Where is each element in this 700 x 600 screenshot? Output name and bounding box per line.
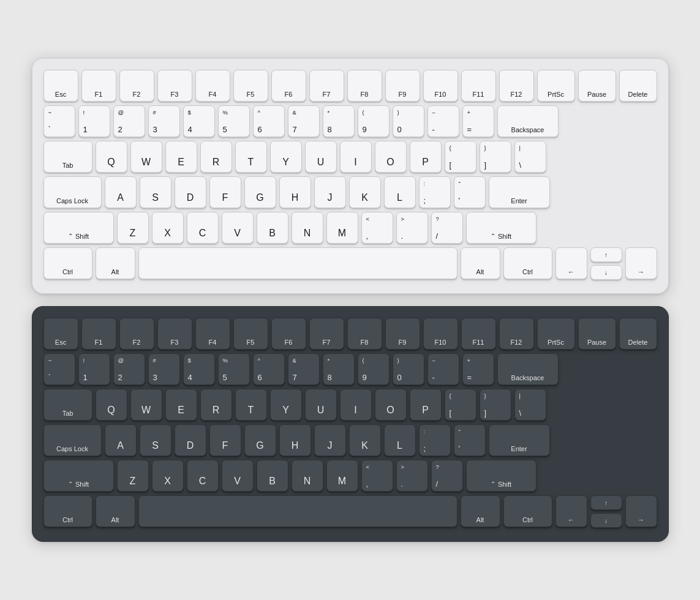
key-f3[interactable]: F3: [157, 70, 192, 102]
key-3[interactable]: #3: [148, 105, 180, 137]
key-g-dark[interactable]: G: [244, 424, 276, 456]
key-pause[interactable]: Pause: [578, 70, 616, 102]
key-bracket-left-dark[interactable]: {[: [445, 389, 476, 421]
key-5[interactable]: %5: [218, 105, 250, 137]
key-2[interactable]: @2: [113, 105, 145, 137]
key-arrow-left[interactable]: ←: [555, 247, 587, 279]
key-i[interactable]: I: [340, 141, 372, 173]
key-m-dark[interactable]: M: [326, 460, 358, 492]
key-7[interactable]: &7: [288, 105, 320, 137]
key-tab-dark[interactable]: Tab: [43, 389, 92, 421]
key-slash-dark[interactable]: ?/: [431, 460, 463, 492]
key-alt-right-dark[interactable]: Alt: [461, 495, 500, 527]
key-6-dark[interactable]: ^6: [253, 353, 285, 385]
key-x[interactable]: X: [152, 212, 184, 244]
key-0-dark[interactable]: )0: [393, 353, 424, 385]
key-shift-left-dark[interactable]: ⌃ Shift: [43, 460, 114, 492]
key-capslock[interactable]: Caps Lock: [43, 176, 102, 208]
key-f1[interactable]: F1: [81, 70, 116, 102]
key-g[interactable]: G: [244, 176, 276, 208]
key-v[interactable]: V: [222, 212, 254, 244]
key-arrow-up[interactable]: ↑: [590, 247, 622, 262]
key-d[interactable]: D: [175, 176, 206, 208]
key-minus-dark[interactable]: –-: [427, 353, 459, 385]
key-pause-dark[interactable]: Pause: [578, 318, 616, 350]
key-9-dark[interactable]: (9: [358, 353, 390, 385]
key-f7-dark[interactable]: F7: [309, 318, 344, 350]
key-alt-right[interactable]: Alt: [461, 247, 500, 279]
key-bracket-left[interactable]: {[: [445, 141, 476, 173]
key-f5-dark[interactable]: F5: [233, 318, 268, 350]
key-arrow-down-dark[interactable]: ↓: [590, 513, 622, 528]
key-u-dark[interactable]: U: [305, 389, 337, 421]
key-b[interactable]: B: [257, 212, 288, 244]
key-arrow-right[interactable]: →: [625, 247, 657, 279]
key-esc[interactable]: Esc: [43, 70, 78, 102]
key-w[interactable]: W: [130, 141, 162, 173]
key-k-dark[interactable]: K: [349, 424, 381, 456]
key-e[interactable]: E: [165, 141, 197, 173]
key-period-dark[interactable]: >.: [396, 460, 428, 492]
key-l-dark[interactable]: L: [384, 424, 416, 456]
key-f[interactable]: F: [209, 176, 241, 208]
key-h[interactable]: H: [279, 176, 311, 208]
key-prtsc[interactable]: PrtSc: [537, 70, 575, 102]
key-backtick-dark[interactable]: ~`: [43, 353, 75, 385]
key-arrow-down[interactable]: ↓: [590, 265, 622, 280]
key-y[interactable]: Y: [270, 141, 302, 173]
key-shift-left[interactable]: ⌃ Shift: [43, 212, 114, 244]
key-o[interactable]: O: [375, 141, 407, 173]
key-q[interactable]: Q: [96, 141, 127, 173]
key-comma-dark[interactable]: <,: [361, 460, 393, 492]
key-p-dark[interactable]: P: [410, 389, 442, 421]
key-semicolon-dark[interactable]: :;: [419, 424, 451, 456]
key-s-dark[interactable]: S: [140, 424, 171, 456]
key-f9[interactable]: F9: [385, 70, 420, 102]
key-u[interactable]: U: [305, 141, 337, 173]
key-equals[interactable]: +=: [462, 105, 494, 137]
key-v-dark[interactable]: V: [222, 460, 254, 492]
key-i-dark[interactable]: I: [340, 389, 372, 421]
key-arrow-left-dark[interactable]: ←: [555, 495, 587, 527]
key-f11-dark[interactable]: F11: [461, 318, 496, 350]
key-prtsc-dark[interactable]: PrtSc: [537, 318, 575, 350]
key-h-dark[interactable]: H: [279, 424, 311, 456]
key-o-dark[interactable]: O: [375, 389, 407, 421]
key-m[interactable]: M: [326, 212, 358, 244]
key-f-dark[interactable]: F: [209, 424, 241, 456]
key-quote-dark[interactable]: "': [454, 424, 486, 456]
key-z[interactable]: Z: [117, 212, 149, 244]
key-k[interactable]: K: [349, 176, 381, 208]
key-ctrl-left-dark[interactable]: Ctrl: [43, 495, 92, 527]
key-8-dark[interactable]: *8: [323, 353, 355, 385]
key-r[interactable]: R: [200, 141, 232, 173]
key-enter[interactable]: Enter: [489, 176, 550, 208]
key-j-dark[interactable]: J: [314, 424, 346, 456]
key-delete[interactable]: Delete: [619, 70, 657, 102]
key-t-dark[interactable]: T: [235, 389, 267, 421]
key-f8-dark[interactable]: F8: [347, 318, 382, 350]
key-1[interactable]: !1: [78, 105, 110, 137]
key-f7[interactable]: F7: [309, 70, 344, 102]
key-9[interactable]: (9: [358, 105, 390, 137]
key-period[interactable]: >.: [396, 212, 428, 244]
key-c-dark[interactable]: C: [187, 460, 219, 492]
key-f6[interactable]: F6: [271, 70, 306, 102]
key-d-dark[interactable]: D: [175, 424, 206, 456]
key-7-dark[interactable]: &7: [288, 353, 320, 385]
key-a[interactable]: A: [105, 176, 137, 208]
key-f5[interactable]: F5: [233, 70, 268, 102]
key-f11[interactable]: F11: [461, 70, 496, 102]
key-w-dark[interactable]: W: [130, 389, 162, 421]
key-backtick[interactable]: ~`: [43, 105, 75, 137]
key-j[interactable]: J: [314, 176, 346, 208]
key-backslash[interactable]: |\: [514, 141, 546, 173]
key-equals-dark[interactable]: +=: [462, 353, 494, 385]
key-alt-left-dark[interactable]: Alt: [96, 495, 135, 527]
key-n-dark[interactable]: N: [292, 460, 323, 492]
key-x-dark[interactable]: X: [152, 460, 184, 492]
key-a-dark[interactable]: A: [105, 424, 137, 456]
key-y-dark[interactable]: Y: [270, 389, 302, 421]
key-quote[interactable]: "': [454, 176, 486, 208]
key-delete-dark[interactable]: Delete: [619, 318, 657, 350]
